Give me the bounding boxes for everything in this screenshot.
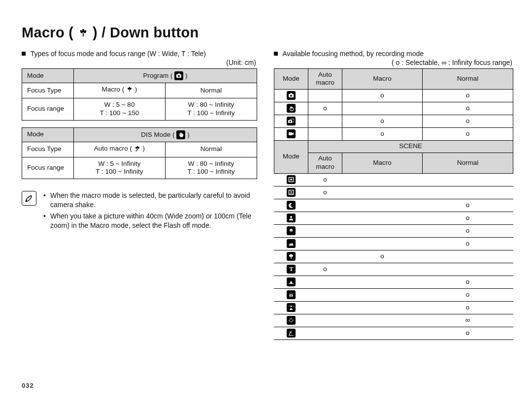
row-mode-icon-cell: T (274, 263, 308, 276)
row-mode-icon-cell (274, 186, 308, 199)
row-mode-icon-cell (274, 301, 308, 314)
beauty-icon (287, 188, 296, 197)
children-icon (287, 226, 296, 235)
row-mode-icon-cell (274, 89, 308, 102)
cell-auto-macro (308, 276, 342, 288)
camera-auto-icon (287, 91, 296, 100)
table-row: o (274, 224, 513, 237)
focus-type-normal: Normal (165, 83, 257, 98)
cell-normal: o (422, 212, 513, 224)
table-row: o (274, 276, 513, 288)
movie-icon (287, 129, 296, 138)
label-focus-range: Focus range (22, 157, 74, 179)
cell-auto-macro (308, 301, 342, 314)
cell-normal: o (422, 327, 513, 339)
cell-macro: o (342, 127, 423, 140)
cell-macro: o (342, 89, 423, 102)
svg-point-1 (178, 75, 180, 77)
table-row: oo (274, 89, 513, 102)
cell-macro (342, 199, 423, 212)
left-column: Types of focus mode and focus range (W :… (22, 49, 257, 340)
bullet-square-icon (22, 52, 26, 56)
cell-normal: o (422, 301, 513, 314)
cell-normal: o (422, 127, 513, 140)
range-normal: W : 80 ~ Infinity T : 100 ~ Infinity (165, 157, 257, 179)
value-mode: Program ( ) (73, 69, 257, 83)
header-cell: Mode (274, 69, 308, 90)
firework-icon (287, 316, 296, 325)
cell-macro (342, 224, 423, 237)
label-focus-type: Focus Type (22, 142, 74, 157)
svg-rect-10 (289, 132, 292, 135)
cell-auto-macro (308, 250, 342, 263)
beach-snow-icon (287, 329, 296, 338)
svg-rect-22 (289, 335, 294, 336)
cell-auto-macro (308, 199, 342, 212)
cell-normal (422, 173, 513, 186)
cell-auto-macro: o (308, 102, 342, 115)
focus-range-table-program: Mode Program ( ) Focus Type Macro ( (22, 68, 257, 121)
dual-camera-icon (287, 117, 296, 125)
cell-auto-macro: o (308, 263, 342, 276)
row-mode-icon-cell (274, 276, 308, 288)
label-focus-type: Focus Type (22, 83, 74, 98)
legend: ( o : Selectable, ∞ : Infinity focus ran… (274, 59, 512, 66)
hand-icon (176, 130, 185, 139)
hand-icon (287, 104, 296, 113)
night-icon (287, 201, 296, 210)
cell-normal: o (422, 89, 513, 102)
cell-macro (342, 327, 423, 339)
unit-label: (Unit: cm) (22, 59, 256, 66)
cell-auto-macro: o (308, 173, 342, 186)
svg-text:A: A (135, 150, 137, 152)
header-cell: Normal (422, 69, 513, 90)
svg-rect-6 (290, 93, 292, 94)
header-cell: Mode (274, 140, 308, 173)
cell-auto-macro (308, 224, 342, 237)
cell-normal (422, 186, 513, 199)
text-icon: T (287, 265, 296, 274)
table-row: o (274, 327, 513, 339)
cell-normal: ∞ (422, 314, 513, 327)
focus-type-macro: Macro ( ) (73, 83, 165, 98)
svg-rect-20 (289, 283, 294, 284)
cell-macro (342, 237, 423, 250)
row-mode-icon-cell (274, 127, 308, 140)
note-1: When the macro mode is selected, be part… (43, 191, 257, 210)
value-mode: DIS Mode ( ) (73, 127, 257, 142)
closeup-icon (287, 252, 296, 261)
label-mode: Mode (22, 127, 74, 142)
note-icon (22, 191, 36, 206)
table-row: o (274, 250, 513, 263)
header-cell: Normal (422, 153, 513, 173)
label-focus-range: Focus range (22, 98, 74, 120)
cell-normal: o (422, 276, 513, 288)
row-mode-icon-cell (274, 224, 308, 237)
table-row: To (274, 263, 513, 276)
cell-macro (342, 102, 423, 115)
table-row: o (274, 237, 513, 250)
row-mode-icon-cell (274, 314, 308, 327)
backlight-icon (287, 303, 296, 312)
table-row: o (274, 186, 513, 199)
focus-type-normal: Normal (165, 142, 257, 157)
portrait-icon (287, 214, 296, 222)
macro-icon (126, 86, 133, 95)
svg-point-18 (292, 230, 292, 230)
header-cell: Macro (342, 69, 423, 90)
cell-macro (342, 173, 423, 186)
table-row: o (274, 199, 513, 212)
cell-normal (422, 250, 513, 263)
table-row: o (274, 173, 513, 186)
svg-point-5 (290, 95, 292, 97)
svg-point-12 (290, 179, 292, 181)
cell-auto-macro (308, 288, 342, 301)
cell-auto-macro (308, 237, 342, 250)
cell-macro (342, 186, 423, 199)
frame-guide-icon (287, 175, 296, 184)
cell-auto-macro (308, 127, 342, 140)
cell-normal: o (422, 237, 513, 250)
header-cell: Auto macro (308, 153, 342, 173)
cell-normal: o (422, 102, 513, 115)
row-mode-icon-cell (274, 199, 308, 212)
